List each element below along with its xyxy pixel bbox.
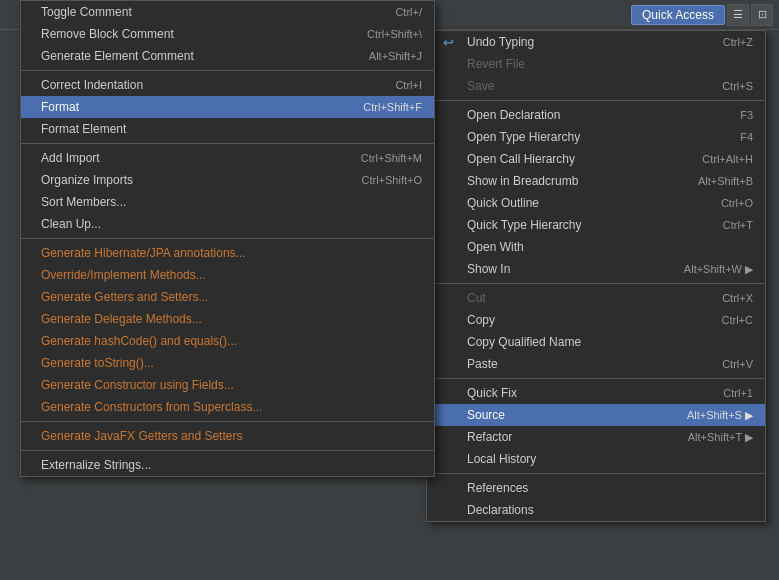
menu-item-shortcut: Ctrl+Alt+H	[702, 153, 753, 165]
menu-separator	[427, 378, 765, 379]
menu-item-shortcut: Ctrl+Shift+\	[367, 28, 422, 40]
menu-item-label: Save	[467, 79, 692, 93]
right-menu-item-open-with[interactable]: Open With	[427, 236, 765, 258]
right-menu-item-save[interactable]: SaveCtrl+S	[427, 75, 765, 97]
menu-item-label: Open Call Hierarchy	[467, 152, 672, 166]
left-menu-item-generate-element-comment[interactable]: Generate Element CommentAlt+Shift+J	[21, 45, 434, 67]
right-menu-item-refactor[interactable]: RefactorAlt+Shift+T ▶	[427, 426, 765, 448]
menu-item-label: Cut	[467, 291, 692, 305]
menu-item-label: References	[467, 481, 723, 495]
left-menu-item-remove-block-comment[interactable]: Remove Block CommentCtrl+Shift+\	[21, 23, 434, 45]
menu-item-label: Quick Outline	[467, 196, 691, 210]
left-context-menu: Toggle CommentCtrl+/Remove Block Comment…	[20, 0, 435, 477]
menu-item-label: Generate Delegate Methods...	[41, 312, 392, 326]
menu-item-shortcut: Ctrl+Shift+F	[363, 101, 422, 113]
menu-item-label: Source	[467, 408, 657, 422]
right-menu-item-show-breadcrumb[interactable]: Show in BreadcrumbAlt+Shift+B	[427, 170, 765, 192]
menu-item-label: Correct Indentation	[41, 78, 365, 92]
right-menu-item-cut[interactable]: CutCtrl+X	[427, 287, 765, 309]
menu-item-label: Generate Element Comment	[41, 49, 339, 63]
menu-separator	[427, 100, 765, 101]
menu-item-label: Sort Members...	[41, 195, 392, 209]
right-menu-item-local-history[interactable]: Local History	[427, 448, 765, 470]
left-menu-item-clean-up[interactable]: Clean Up...	[21, 213, 434, 235]
left-menu-item-toggle-comment[interactable]: Toggle CommentCtrl+/	[21, 1, 434, 23]
right-menu-item-revert-file[interactable]: Revert File	[427, 53, 765, 75]
menu-item-label: Override/Implement Methods...	[41, 268, 392, 282]
menu-item-label: Copy Qualified Name	[467, 335, 723, 349]
menu-item-label: Quick Type Hierarchy	[467, 218, 693, 232]
right-menu-item-source[interactable]: SourceAlt+Shift+S ▶	[427, 404, 765, 426]
right-menu-item-quick-fix[interactable]: Quick FixCtrl+1	[427, 382, 765, 404]
right-menu-item-open-type-hierarchy[interactable]: Open Type HierarchyF4	[427, 126, 765, 148]
right-menu-item-open-call-hierarchy[interactable]: Open Call HierarchyCtrl+Alt+H	[427, 148, 765, 170]
menu-item-label: Generate Constructor using Fields...	[41, 378, 392, 392]
left-menu-item-generate-delegate[interactable]: Generate Delegate Methods...	[21, 308, 434, 330]
menu-item-shortcut: F4	[740, 131, 753, 143]
right-menu-item-quick-outline[interactable]: Quick OutlineCtrl+O	[427, 192, 765, 214]
menu-item-label: Remove Block Comment	[41, 27, 337, 41]
menu-item-label: Copy	[467, 313, 692, 327]
menu-item-label: Toggle Comment	[41, 5, 365, 19]
right-menu-item-references[interactable]: References	[427, 477, 765, 499]
menu-item-label: Open Declaration	[467, 108, 710, 122]
right-menu-item-declarations[interactable]: Declarations	[427, 499, 765, 521]
toolbar-icon-2[interactable]: ⊡	[751, 4, 773, 26]
menu-item-shortcut: Ctrl+I	[395, 79, 422, 91]
menu-separator	[21, 70, 434, 71]
menu-item-label: Generate Hibernate/JPA annotations...	[41, 246, 392, 260]
right-menu-item-copy[interactable]: CopyCtrl+C	[427, 309, 765, 331]
menu-item-label: Generate JavaFX Getters and Setters	[41, 429, 392, 443]
menu-item-label: Show In	[467, 262, 654, 276]
menu-item-label: Open Type Hierarchy	[467, 130, 710, 144]
menu-item-label: Generate toString()...	[41, 356, 392, 370]
menu-item-shortcut: Ctrl+X	[722, 292, 753, 304]
left-menu-item-generate-constructor-superclass[interactable]: Generate Constructors from Superclass...	[21, 396, 434, 418]
menu-item-label: Clean Up...	[41, 217, 392, 231]
left-menu-item-organize-imports[interactable]: Organize ImportsCtrl+Shift+O	[21, 169, 434, 191]
menu-item-shortcut: Ctrl+Shift+O	[361, 174, 422, 186]
right-menu-item-paste[interactable]: PasteCtrl+V	[427, 353, 765, 375]
right-menu-item-copy-qualified-name[interactable]: Copy Qualified Name	[427, 331, 765, 353]
menu-item-shortcut: Ctrl+T	[723, 219, 753, 231]
right-context-menu: ↩Undo TypingCtrl+ZRevert FileSaveCtrl+SO…	[426, 30, 766, 522]
right-menu-item-quick-type-hierarchy[interactable]: Quick Type HierarchyCtrl+T	[427, 214, 765, 236]
menu-item-label: Generate Getters and Setters...	[41, 290, 392, 304]
menu-item-label: Format Element	[41, 122, 392, 136]
menu-separator	[21, 450, 434, 451]
menu-item-shortcut: Ctrl+S	[722, 80, 753, 92]
menu-item-label: Format	[41, 100, 333, 114]
right-menu-item-open-declaration[interactable]: Open DeclarationF3	[427, 104, 765, 126]
quick-access-button[interactable]: Quick Access	[631, 5, 725, 25]
menu-item-shortcut: Alt+Shift+B	[698, 175, 753, 187]
menu-item-shortcut: Ctrl+Shift+M	[361, 152, 422, 164]
menu-item-shortcut: Ctrl+V	[722, 358, 753, 370]
right-menu-item-undo-typing[interactable]: ↩Undo TypingCtrl+Z	[427, 31, 765, 53]
left-menu-item-generate-hibernate[interactable]: Generate Hibernate/JPA annotations...	[21, 242, 434, 264]
left-menu-item-externalize-strings[interactable]: Externalize Strings...	[21, 454, 434, 476]
left-menu-item-override-implement[interactable]: Override/Implement Methods...	[21, 264, 434, 286]
undo-icon: ↩	[443, 35, 454, 50]
menu-item-label: Generate Constructors from Superclass...	[41, 400, 392, 414]
left-menu-item-generate-getters-setters[interactable]: Generate Getters and Setters...	[21, 286, 434, 308]
menu-item-shortcut: Alt+Shift+T ▶	[688, 431, 753, 444]
menu-item-shortcut: Ctrl+1	[723, 387, 753, 399]
left-menu-item-add-import[interactable]: Add ImportCtrl+Shift+M	[21, 147, 434, 169]
right-menu-item-show-in[interactable]: Show InAlt+Shift+W ▶	[427, 258, 765, 280]
menu-separator	[427, 283, 765, 284]
left-menu-item-format-element[interactable]: Format Element	[21, 118, 434, 140]
left-menu-item-correct-indentation[interactable]: Correct IndentationCtrl+I	[21, 74, 434, 96]
left-menu-item-generate-tostring[interactable]: Generate toString()...	[21, 352, 434, 374]
left-menu-item-format[interactable]: FormatCtrl+Shift+F	[21, 96, 434, 118]
toolbar-icon-1[interactable]: ☰	[727, 4, 749, 26]
menu-item-label: Open With	[467, 240, 723, 254]
menu-item-icon-area: ↩	[443, 35, 463, 50]
left-menu-item-generate-hashcode[interactable]: Generate hashCode() and equals()...	[21, 330, 434, 352]
menu-item-label: Organize Imports	[41, 173, 331, 187]
left-menu-item-generate-constructor-fields[interactable]: Generate Constructor using Fields...	[21, 374, 434, 396]
menu-item-shortcut: Alt+Shift+W ▶	[684, 263, 753, 276]
menu-item-label: Undo Typing	[467, 35, 693, 49]
left-menu-item-sort-members[interactable]: Sort Members...	[21, 191, 434, 213]
menu-item-shortcut: Alt+Shift+S ▶	[687, 409, 753, 422]
left-menu-item-generate-javafx[interactable]: Generate JavaFX Getters and Setters	[21, 425, 434, 447]
